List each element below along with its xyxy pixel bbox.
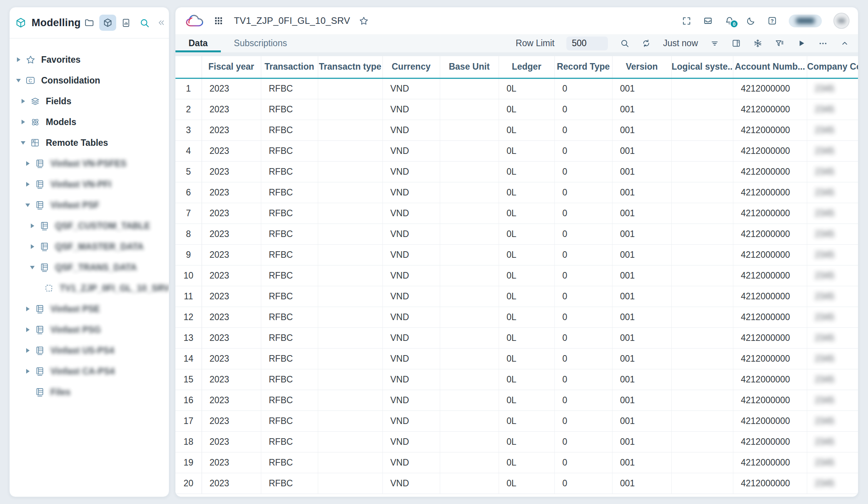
column-header-transaction[interactable]: Transaction xyxy=(261,56,318,78)
details-panel-button[interactable] xyxy=(731,38,741,48)
chevron-right-icon[interactable] xyxy=(27,244,37,249)
toolbar-actions: Row Limit Just now xyxy=(516,34,858,52)
table-cell: 0L xyxy=(499,327,554,348)
tree-item-favorites[interactable]: Favorites xyxy=(10,49,169,70)
chevron-right-icon[interactable] xyxy=(23,307,33,311)
tree-item-qsf-trans-data[interactable]: QSF_TRANS_DATA xyxy=(10,257,169,278)
tree-item-consolidation[interactable]: CConsolidation xyxy=(10,70,169,91)
tab-subscriptions[interactable]: Subscriptions xyxy=(221,34,300,52)
tab-data[interactable]: Data xyxy=(175,34,221,52)
modelling-view-button[interactable] xyxy=(99,15,116,31)
column-header-logical-syste-[interactable]: Logical syste... xyxy=(671,56,733,78)
table-cell xyxy=(671,411,733,431)
column-header-record-type[interactable]: Record Type xyxy=(554,56,612,78)
table-row: 32023RFBCVND0L000142120000002345 xyxy=(175,120,858,140)
table-cell: 2345 xyxy=(807,390,858,411)
table-cell: 4212000000 xyxy=(733,182,807,203)
search-button[interactable] xyxy=(136,15,153,31)
tree-item-models[interactable]: Models xyxy=(10,112,169,132)
table-cell xyxy=(318,161,382,182)
sort-button[interactable] xyxy=(710,38,719,48)
chevron-down-icon[interactable] xyxy=(27,266,37,269)
column-header-company-code[interactable]: Company Code xyxy=(807,56,858,78)
redacted-company-code: 2345 xyxy=(815,208,835,218)
collapse-toolbar-button[interactable] xyxy=(840,38,850,48)
table-cell: VND xyxy=(382,203,440,224)
user-avatar[interactable] xyxy=(833,13,850,29)
tree-item-qsf-custom-table[interactable]: QSF_CUSTOM_TABLE xyxy=(10,215,169,236)
favorite-star-button[interactable] xyxy=(359,16,369,26)
table-cell xyxy=(318,203,382,224)
column-header-account-numb-[interactable]: Account Numb... xyxy=(733,56,807,78)
column-header-fiscal-year[interactable]: Fiscal year xyxy=(202,56,261,78)
column-header-version[interactable]: Version xyxy=(612,56,671,78)
tree-item-vinfast-psf[interactable]: Vinfast PSF xyxy=(10,195,169,215)
tree-item-remote-tables[interactable]: Remote Tables xyxy=(10,132,169,153)
more-actions-button[interactable] xyxy=(818,38,828,48)
chevron-right-icon[interactable] xyxy=(23,182,33,187)
table-row: 192023RFBCVND0L000142120000002345 xyxy=(175,452,858,473)
tree-item-vinfast-vn-pfi[interactable]: Vinfast VN-PFI xyxy=(10,174,169,195)
chevron-right-icon[interactable] xyxy=(13,57,23,62)
notifications-button[interactable]: 0 xyxy=(724,16,734,26)
collapse-sidebar-button[interactable] xyxy=(155,15,168,31)
fullscreen-button[interactable] xyxy=(682,16,691,26)
chevron-down-icon[interactable] xyxy=(13,79,23,82)
table-cell: VND xyxy=(382,390,440,411)
row-number: 16 xyxy=(175,390,202,411)
run-button[interactable] xyxy=(796,38,806,48)
redacted-company-code: 2345 xyxy=(815,229,835,239)
sidebar-header: Modelling xyxy=(10,7,169,38)
app-launcher-button[interactable] xyxy=(214,16,223,25)
tree-item-vinfast-ca-ps4[interactable]: Vinfast CA-PS4 xyxy=(10,361,169,382)
redacted-company-code: 2345 xyxy=(815,250,835,260)
chevron-right-icon[interactable] xyxy=(23,348,33,353)
chevron-right-icon[interactable] xyxy=(27,224,37,228)
table-cell xyxy=(440,348,499,369)
help-button[interactable]: ? xyxy=(767,16,777,26)
column-header-currency[interactable]: Currency xyxy=(382,56,440,78)
table-header-row: Fiscal yearTransactionTransactn typeCurr… xyxy=(175,56,858,78)
column-header-transactn-type[interactable]: Transactn type xyxy=(318,56,382,78)
cube-icon xyxy=(103,18,113,28)
tree-item-label: TV1_ZJP_0FI_GL_10_SRV xyxy=(60,283,169,294)
chevron-right-icon[interactable] xyxy=(23,327,33,332)
table-icon xyxy=(34,387,45,397)
tree-item-tv1-zjp-0fi-gl-10-srv[interactable]: TV1_ZJP_0FI_GL_10_SRV xyxy=(10,278,169,299)
table-cell: 4212000000 xyxy=(733,203,807,224)
row-number: 18 xyxy=(175,431,202,452)
chevron-right-icon[interactable] xyxy=(18,99,28,103)
table-row: 42023RFBCVND0L000142120000002345 xyxy=(175,140,858,161)
tree-item-vinfast-pse[interactable]: Vinfast PSE xyxy=(10,299,169,319)
inbox-button[interactable] xyxy=(703,16,713,26)
tree-item-vinfast-psg[interactable]: Vinfast PSG xyxy=(10,319,169,340)
table-cell: 2345 xyxy=(807,140,858,161)
row-number-header xyxy=(175,56,202,78)
chevron-down-icon[interactable] xyxy=(23,204,33,207)
dark-mode-button[interactable] xyxy=(746,16,756,26)
table-row: 102023RFBCVND0L000142120000002345 xyxy=(175,265,858,286)
chevron-right-icon[interactable] xyxy=(23,161,33,166)
tree-item-vinfast-vn-psfes[interactable]: Vinfast VN-PSFES xyxy=(10,153,169,174)
refresh-button[interactable] xyxy=(641,38,651,48)
tree-item-files[interactable]: Files xyxy=(10,382,169,402)
toolbar-separator xyxy=(175,52,858,56)
freeze-button[interactable] xyxy=(753,38,763,48)
chevron-right-icon[interactable] xyxy=(18,120,28,124)
tree-item-qsf-master-data[interactable]: QSF_MASTER_DATA xyxy=(10,236,169,257)
tree-item-fields[interactable]: Fields xyxy=(10,91,169,112)
tenant-badge[interactable] xyxy=(789,15,822,27)
search-data-button[interactable] xyxy=(620,38,629,48)
chevron-right-icon[interactable] xyxy=(23,369,33,374)
model-tree: FavoritesCConsolidationFieldsModelsRemot… xyxy=(10,38,169,402)
reports-button[interactable] xyxy=(118,15,135,31)
column-header-ledger[interactable]: Ledger xyxy=(499,56,554,78)
table-cell: VND xyxy=(382,140,440,161)
repository-folder-button[interactable] xyxy=(81,15,98,31)
row-limit-input[interactable] xyxy=(566,37,608,50)
tree-item-vinfast-us-ps4[interactable]: Vinfast US-PS4 xyxy=(10,340,169,361)
table-cell: RFBC xyxy=(261,182,318,203)
chevron-down-icon[interactable] xyxy=(18,141,28,145)
filter-button[interactable] xyxy=(775,38,785,48)
column-header-base-unit[interactable]: Base Unit xyxy=(440,56,499,78)
